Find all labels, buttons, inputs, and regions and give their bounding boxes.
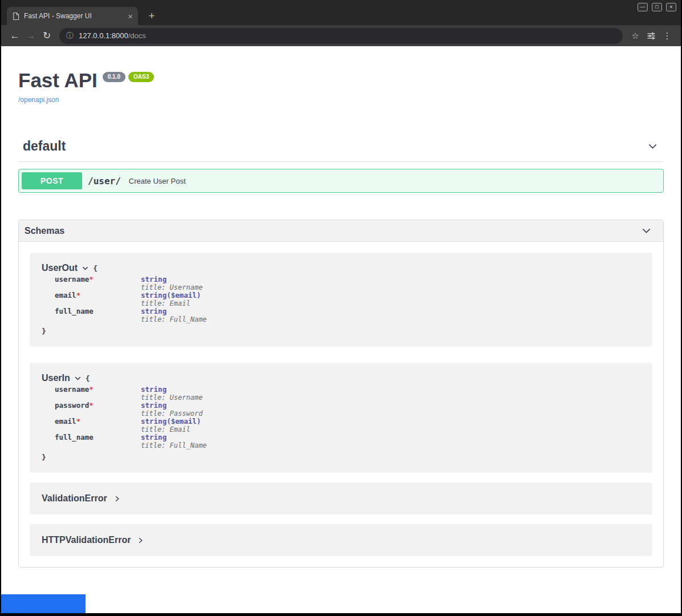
browser-toolbar: ← → ↻ ⓘ 127.0.0.1:8000/docs ☆ ⋮: [1, 25, 681, 46]
api-info: Fast API 0.1.0 OAS3 /openapi.json: [18, 70, 664, 104]
version-badge: 0.1.0: [103, 72, 125, 82]
property-name: full_name: [55, 433, 94, 441]
property-row: email* string($email) title: Email: [55, 418, 641, 433]
page-favicon-icon: [12, 12, 19, 21]
property-row: email* string($email) title: Email: [55, 291, 641, 307]
model-properties: username* string title: Username passwor…: [55, 386, 641, 449]
model-httpvalidationerror[interactable]: HTTPValidationError: [30, 524, 652, 556]
url-path: /docs: [128, 31, 146, 40]
browser-tab[interactable]: Fast API - Swagger UI ×: [7, 7, 138, 25]
property-title: title: Username: [141, 394, 202, 402]
property-name: username: [55, 275, 89, 283]
property-row: full_name string title: Full_Name: [55, 307, 641, 323]
minimize-button[interactable]: —: [638, 3, 648, 11]
open-brace: {: [93, 264, 98, 273]
new-tab-button[interactable]: +: [144, 8, 160, 24]
property-type: string: [141, 402, 202, 410]
model-name: UserIn: [42, 373, 70, 383]
schemas-header[interactable]: Schemas: [19, 220, 663, 242]
chevron-down-icon: [647, 141, 658, 152]
schemas-title: Schemas: [25, 226, 64, 236]
page-content: Fast API 0.1.0 OAS3 /openapi.json defaul…: [1, 46, 681, 613]
tab-close-icon[interactable]: ×: [128, 12, 133, 21]
model-userout-toggle[interactable]: UserOut {: [42, 263, 641, 273]
window-controls: — □ ×: [638, 3, 676, 11]
endpoint-post-user[interactable]: POST /user/ Create User Post: [18, 169, 664, 193]
reload-button[interactable]: ↻: [39, 28, 55, 44]
address-bar[interactable]: ⓘ 127.0.0.1:8000/docs: [59, 28, 623, 44]
schemas-body: UserOut { username* string ti: [19, 242, 663, 567]
required-star: *: [76, 291, 81, 299]
chevron-right-icon: [137, 537, 144, 544]
model-userin: UserIn { username* string tit: [30, 363, 652, 473]
model-name: ValidationError: [42, 493, 107, 504]
tab-title: Fast API - Swagger UI: [24, 12, 123, 20]
close-button[interactable]: ×: [666, 3, 676, 11]
required-star: *: [89, 401, 94, 410]
property-title: title: Email: [141, 299, 201, 307]
maximize-button[interactable]: □: [652, 3, 662, 11]
property-name: email: [55, 291, 76, 299]
url-host: 127.0.0.1:8000: [79, 31, 128, 40]
api-title-text: Fast API: [18, 70, 98, 91]
site-info-icon[interactable]: ⓘ: [66, 31, 74, 41]
property-type: string: [141, 433, 207, 441]
property-name: email: [55, 417, 76, 425]
property-title: title: Full_Name: [141, 441, 207, 449]
section-default-title: default: [23, 139, 66, 154]
url-text: 127.0.0.1:8000/docs: [79, 31, 146, 40]
menu-icon[interactable]: ⋮: [659, 28, 675, 44]
chevron-right-icon: [113, 495, 121, 502]
property-row: username* string title: Username: [55, 386, 641, 402]
model-validationerror[interactable]: ValidationError: [30, 483, 652, 514]
model-userout: UserOut { username* string ti: [30, 253, 652, 347]
property-title: title: Full_Name: [141, 315, 207, 323]
property-type: string: [141, 386, 202, 394]
bookmark-star-icon[interactable]: ☆: [627, 28, 643, 44]
forward-button[interactable]: →: [23, 28, 39, 44]
property-name: username: [55, 385, 89, 394]
schemas-section: Schemas UserOut {: [18, 220, 664, 568]
property-type: string: [141, 275, 202, 283]
model-properties: username* string title: Username email* …: [55, 275, 641, 323]
chevron-down-icon: [82, 265, 89, 272]
http-method-badge: POST: [22, 172, 82, 189]
model-name: UserOut: [42, 263, 78, 273]
property-type: string($email): [141, 418, 201, 425]
browser-window: Fast API - Swagger UI × + — □ × ← → ↻ ⓘ …: [1, 0, 681, 613]
property-row: full_name string title: Full_Name: [55, 433, 641, 449]
close-brace: }: [42, 453, 641, 461]
open-brace: {: [86, 374, 90, 383]
chevron-down-icon: [641, 225, 652, 236]
status-popup: [1, 594, 86, 613]
close-brace: }: [42, 327, 641, 335]
model-name: HTTPValidationError: [42, 535, 131, 545]
property-title: title: Password: [141, 410, 202, 418]
openapi-json-link[interactable]: /openapi.json: [18, 96, 59, 104]
window-titlebar: Fast API - Swagger UI × + — □ ×: [1, 0, 681, 25]
section-default[interactable]: default: [18, 134, 664, 162]
endpoint-summary: Create User Post: [129, 177, 186, 185]
property-row: password* string title: Password: [55, 402, 641, 418]
property-title: title: Email: [141, 425, 201, 433]
property-type: string($email): [141, 291, 201, 299]
chevron-down-icon: [74, 375, 82, 382]
model-userin-toggle[interactable]: UserIn {: [42, 373, 641, 383]
oas3-badge: OAS3: [128, 72, 154, 82]
property-row: username* string title: Username: [55, 275, 641, 291]
required-star: *: [76, 417, 81, 425]
required-star: *: [89, 385, 94, 394]
page-title: Fast API 0.1.0 OAS3: [18, 70, 664, 91]
property-type: string: [141, 307, 207, 315]
required-star: *: [89, 275, 94, 283]
property-name: full_name: [55, 307, 94, 315]
property-title: title: Username: [141, 283, 202, 291]
sliders-icon[interactable]: [643, 28, 659, 44]
endpoint-path: /user/: [88, 176, 121, 187]
property-name: password: [55, 401, 89, 410]
back-button[interactable]: ←: [7, 28, 23, 44]
